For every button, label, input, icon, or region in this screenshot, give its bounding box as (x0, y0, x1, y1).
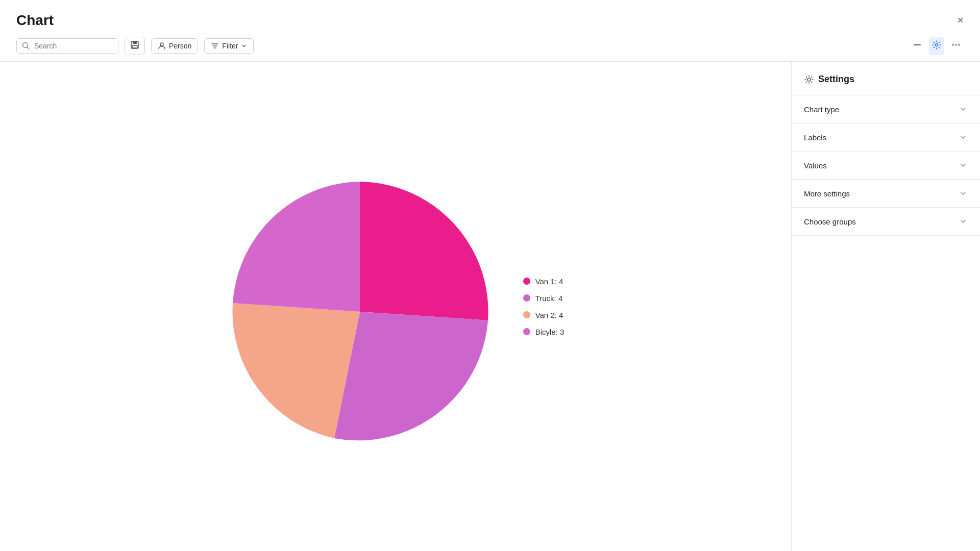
svg-point-10 (959, 44, 960, 45)
svg-point-8 (952, 44, 954, 45)
labels-toggle[interactable]: Labels (792, 123, 980, 151)
chart-area: Van 1: 4 Truck: 4 Van 2: 4 Bicyle: 3 (0, 62, 791, 551)
svg-point-7 (936, 43, 938, 46)
chart-type-toggle[interactable]: Chart type (792, 95, 980, 123)
filter-icon (211, 42, 219, 50)
settings-panel: Settings Chart type Labels Values (791, 62, 980, 551)
person-button[interactable]: Person (151, 38, 198, 54)
filter-chevron-icon (241, 43, 247, 49)
minimize-icon (913, 40, 922, 49)
svg-point-11 (807, 78, 811, 81)
header: Chart × Person (0, 0, 980, 62)
settings-title: Settings (818, 74, 854, 85)
svg-point-9 (955, 44, 957, 45)
pie-chart (227, 159, 493, 455)
save-icon (130, 40, 139, 49)
labels-label: Labels (804, 133, 826, 142)
list-item: Van 2: 4 (523, 311, 565, 319)
accordion-choose-groups: Choose groups (792, 208, 980, 236)
search-box (16, 38, 118, 54)
accordion-values: Values (792, 152, 980, 180)
legend-dot-van2 (523, 311, 530, 318)
svg-point-5 (160, 43, 163, 46)
legend-dot-bicyle (523, 328, 530, 335)
toolbar: Person Filter (16, 37, 964, 61)
chart-wrapper: Van 1: 4 Truck: 4 Van 2: 4 Bicyle: 3 (227, 159, 565, 455)
svg-rect-4 (132, 45, 137, 48)
search-input[interactable] (34, 42, 113, 50)
settings-icon (804, 74, 814, 85)
list-item: Truck: 4 (523, 294, 565, 303)
truck-segment (334, 312, 488, 440)
legend-label-truck: Truck: 4 (535, 294, 563, 303)
values-label: Values (804, 161, 827, 170)
chart-type-label: Chart type (804, 105, 839, 114)
chevron-down-icon (959, 105, 968, 114)
values-toggle[interactable]: Values (792, 152, 980, 179)
toolbar-right (910, 37, 964, 55)
chevron-down-icon (959, 217, 968, 226)
svg-line-1 (28, 47, 30, 49)
accordion-chart-type: Chart type (792, 95, 980, 123)
chevron-down-icon (959, 133, 968, 142)
legend-label-van1: Van 1: 4 (535, 277, 564, 286)
settings-header: Settings (792, 62, 980, 95)
person-icon (158, 42, 166, 50)
chevron-down-icon (959, 189, 968, 198)
choose-groups-toggle[interactable]: Choose groups (792, 208, 980, 235)
more-button[interactable] (948, 37, 964, 55)
van1-segment (360, 182, 488, 320)
list-item: Bicyle: 3 (523, 328, 565, 336)
legend-dot-truck (523, 294, 530, 302)
title-row: Chart × (16, 12, 964, 29)
accordion-more-settings: More settings (792, 180, 980, 208)
bicyle-segment (233, 182, 360, 312)
minimize-button[interactable] (910, 37, 925, 55)
svg-rect-6 (914, 44, 921, 45)
search-icon (22, 42, 30, 50)
more-settings-toggle[interactable]: More settings (792, 180, 980, 207)
filter-label: Filter (222, 42, 238, 50)
legend-label-bicyle: Bicyle: 3 (535, 328, 565, 336)
legend-dot-van1 (523, 278, 530, 285)
main-content: Van 1: 4 Truck: 4 Van 2: 4 Bicyle: 3 (0, 62, 980, 551)
choose-groups-label: Choose groups (804, 217, 856, 226)
page-title: Chart (16, 12, 54, 29)
gear-icon (932, 40, 941, 49)
legend: Van 1: 4 Truck: 4 Van 2: 4 Bicyle: 3 (523, 277, 565, 336)
save-button[interactable] (125, 37, 145, 55)
more-icon (951, 40, 961, 49)
close-button[interactable]: × (957, 15, 964, 26)
settings-toolbar-button[interactable] (929, 37, 944, 55)
accordion-labels: Labels (792, 123, 980, 152)
more-settings-label: More settings (804, 189, 850, 198)
person-label: Person (169, 42, 191, 50)
svg-rect-3 (133, 41, 137, 44)
legend-label-van2: Van 2: 4 (535, 311, 564, 319)
pie-svg (227, 159, 493, 455)
list-item: Van 1: 4 (523, 277, 565, 286)
chevron-down-icon (959, 161, 968, 170)
filter-button[interactable]: Filter (204, 38, 254, 54)
